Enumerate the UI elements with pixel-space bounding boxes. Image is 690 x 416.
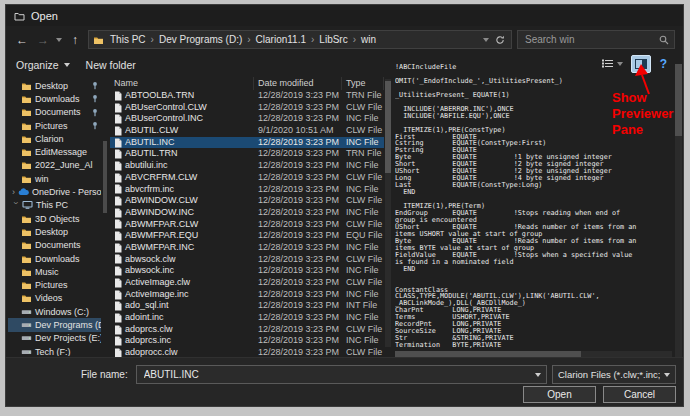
organize-button[interactable]: Organize [16,59,70,71]
file-row-activeimage.inc[interactable]: ActiveImage.inc12/28/2019 3:23 PMINC Fil… [110,289,384,301]
folder-icon [21,174,32,184]
file-row-abusercontrol.inc[interactable]: ABUserControl.INC12/28/2019 3:23 PMINC F… [110,113,384,125]
sidebar-item-music[interactable]: Music [8,265,101,278]
file-name-dropdown-icon[interactable] [535,373,541,377]
file-row-adoprocc.clw[interactable]: adoprocc.clw12/28/2019 3:23 PMCLW File [110,347,384,357]
expand-chevron-icon[interactable]: › [11,202,21,209]
footer: File name: Clarion Files (*.clw;*.inc;*.… [6,357,683,406]
sidebar-item-desktop[interactable]: Desktop [8,79,101,92]
file-date: 12/28/2019 3:23 PM [254,160,342,172]
sidebar-item-dev-projects-e[interactable]: Dev Projects (E:) [8,332,101,345]
file-name: ABWINDOW.INC [125,207,194,219]
sidebar-item-label: OneDrive - Person [32,187,101,197]
breadcrumb-item[interactable]: LibSrc [315,34,351,45]
sidebar-item-tech-f[interactable]: Tech (F:) [8,345,101,356]
file-row-activeimage.clw[interactable]: ActiveImage.clw12/28/2019 3:23 PMCLW Fil… [110,277,384,289]
file-row-abwmfpar.clw[interactable]: ABWMFPAR.CLW12/28/2019 3:23 PMCLW File [110,219,384,231]
sidebar-item-2022-june-al[interactable]: 2022_June_Al [8,159,101,172]
file-row-abwsock.clw[interactable]: abwsock.clw12/28/2019 3:23 PMCLW File [110,254,384,266]
search-box[interactable] [517,30,675,49]
file-row-adoint.inc[interactable]: adoint.inc12/28/2019 3:23 PMINC File [110,312,384,324]
file-row-adoprcs.inc[interactable]: adoprcs.inc12/28/2019 3:23 PMINC File [110,335,384,347]
file-type: CLW File [342,125,384,137]
address-bar[interactable]: This PC›Dev Programs (D:)›Clarion11.1›Li… [88,30,512,49]
sidebar-item-pictures[interactable]: Pictures [8,119,101,132]
file-name-combobox[interactable] [136,365,547,384]
file-row-abutil.inc[interactable]: ABUTIL.INC12/28/2019 3:23 PMINC File [110,137,384,149]
preview-vscrollbar[interactable] [675,64,682,358]
help-button[interactable]: ? [660,57,667,71]
sidebar-item-documents[interactable]: Documents [8,239,101,252]
file-list-scrollbar[interactable] [385,79,391,347]
sidebar-item-win[interactable]: win [8,172,101,185]
breadcrumb-item[interactable]: win [357,34,380,45]
file-row-abwindow.clw[interactable]: ABWINDOW.CLW12/28/2019 3:23 PMCLW File [110,195,384,207]
file-row-abwmfpar.inc[interactable]: ABWMFPAR.INC12/28/2019 3:23 PMINC File [110,242,384,254]
file-row-adoprcs.clw[interactable]: adoprcs.clw12/28/2019 3:23 PMCLW File [110,324,384,336]
file-row-abwmfpar.equ[interactable]: ABWMFPAR.EQU12/28/2019 3:23 PMEQU File [110,230,384,242]
sidebar-item-videos[interactable]: Videos [8,292,101,305]
file-row-abusercontrol.clw[interactable]: ABUserControl.CLW12/28/2019 3:23 PMCLW F… [110,102,384,114]
scrollbar-thumb[interactable] [103,141,107,213]
breadcrumb-item[interactable]: This PC [106,34,150,45]
column-header-date-modified[interactable]: Date modified [254,77,342,90]
sidebar-item-desktop[interactable]: Desktop [8,225,101,238]
annotation-line: Previewer [612,106,673,122]
address-dropdown-icon[interactable] [483,38,489,42]
refresh-icon[interactable] [495,35,505,45]
file-row-abutilui.inc[interactable]: abutilui.inc12/28/2019 3:23 PMINC File [110,160,384,172]
file-icon [114,266,122,276]
breadcrumb-item[interactable]: Clarion11.1 [252,34,310,45]
sidebar-item-pictures[interactable]: Pictures [8,278,101,291]
organize-label: Organize [16,59,59,71]
sidebar-item-downloads[interactable]: Downloads [8,252,101,265]
back-button[interactable]: ← [14,33,30,47]
file-row-abutil.clw[interactable]: ABUTIL.CLW9/1/2020 10:51 AMCLW File [110,125,384,137]
sidebar-item-downloads[interactable]: Downloads [8,92,101,105]
file-row-abwindow.inc[interactable]: ABWINDOW.INC12/28/2019 3:23 PMINC File [110,207,384,219]
sidebar-item-3d-objects[interactable]: 3D Objects [8,212,101,225]
file-row-abwsock.inc[interactable]: abwsock.inc12/28/2019 3:23 PMINC File [110,265,384,277]
column-header-type[interactable]: Type [342,77,384,90]
scrollbar-thumb[interactable] [385,81,391,173]
file-row-abtoolba.trn[interactable]: ABTOOLBA.TRN12/28/2019 3:23 PMTRN File [110,90,384,102]
file-date: 12/28/2019 3:23 PM [254,277,342,289]
file-name: abutilui.inc [125,160,168,172]
views-button[interactable] [601,58,623,69]
search-input[interactable] [523,33,655,46]
file-row-ado_sql.int[interactable]: ado_sql.int12/28/2019 3:23 PMINT File [110,300,384,312]
sidebar-item-windows-c[interactable]: Windows (C:) [8,305,101,318]
file-row-abvcrfrm.clw[interactable]: ABVCRFRM.CLW12/28/2019 3:23 PMCLW File [110,172,384,184]
sidebar-item-clarion[interactable]: Clarion [8,132,101,145]
folder-icon [21,293,32,303]
file-name: ABUTIL.TRN [125,148,178,160]
cancel-button[interactable]: Cancel [603,386,676,403]
sidebar-item-editmessage[interactable]: EditMessage [8,145,101,158]
file-row-abutil.trn[interactable]: ABUTIL.TRN12/28/2019 3:23 PMTRN File [110,148,384,160]
file-row-abvcrfrm.inc[interactable]: abvcrfrm.inc12/28/2019 3:23 PMINC File [110,184,384,196]
sidebar-item-onedrive-person[interactable]: ›OneDrive - Person [8,185,101,198]
recent-locations-chevron-icon[interactable] [56,38,62,42]
file-name: abwsock.clw [125,254,176,266]
open-button[interactable]: Open [523,386,596,403]
file-name-input[interactable] [142,368,531,381]
sidebar-item-documents[interactable]: Documents [8,106,101,119]
up-button[interactable]: ↑ [67,33,83,47]
new-folder-button[interactable]: New folder [86,59,136,71]
file-type-dropdown-icon[interactable] [664,373,670,377]
organize-chevron-icon [64,63,70,67]
sidebar-scrollbar[interactable] [103,79,107,356]
preview-pane-toggle[interactable] [631,55,651,73]
sidebar-item-label: EditMessage [35,147,87,157]
breadcrumb-item[interactable]: Dev Programs (D:) [155,34,246,45]
file-type-combobox[interactable]: Clarion Files (*.clw;*.inc;*.int;*.tr [552,365,676,384]
file-name: ado_sql.int [125,300,169,312]
file-name: adoprocc.clw [125,347,178,357]
sidebar-item-dev-programs-d[interactable]: Dev Programs (D:) [8,318,101,331]
forward-button[interactable]: → [35,33,51,47]
file-type: INC File [342,265,384,277]
expand-chevron-icon[interactable]: › [12,187,15,197]
column-header-name[interactable]: Name [110,77,254,90]
folder-icon [21,214,32,224]
sidebar-item-this-pc[interactable]: ›This PC [8,199,101,212]
